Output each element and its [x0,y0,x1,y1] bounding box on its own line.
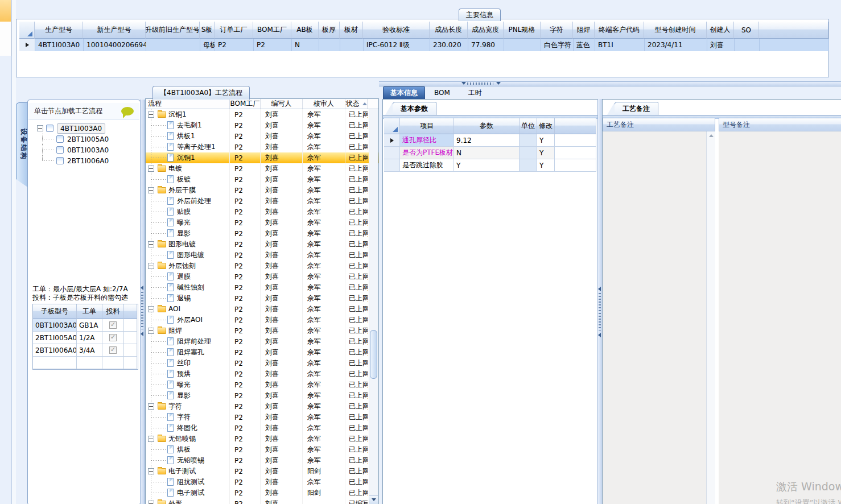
flow-row[interactable]: 电子测试P2刘喜阳剑已上网 [146,466,378,477]
row-header-cell[interactable] [19,39,35,51]
flow-row[interactable]: 阻抗测试P2刘喜佘军已上网 [146,477,378,488]
param-value-cell[interactable]: N [454,147,520,159]
collapse-icon[interactable] [148,263,154,269]
flow-row[interactable]: 电子测试P2刘喜阳剑已上网 [146,488,378,498]
flow-row[interactable]: 碱性蚀刻P2刘喜佘军已上网 [146,282,378,293]
column-header[interactable]: 成品宽度 [468,22,504,39]
collapse-icon[interactable] [148,403,154,410]
flow-row[interactable]: 预烘P2刘喜佘军已上网 [146,369,378,379]
remark-scrollbar[interactable] [706,131,715,504]
flow-row[interactable]: 阻焊前处理P2刘喜佘军已上网 [146,336,378,347]
flow-row[interactable]: 沉铜1P2刘喜佘军已上网 [146,152,378,163]
column-header[interactable]: 工单 [77,304,102,319]
tab-flow[interactable]: 【4BT1I003A0】工艺流程 [152,86,250,100]
splitter-collapse-icon[interactable] [461,82,466,85]
process-remark-content[interactable] [603,131,715,504]
tab-bom[interactable]: BOM [425,86,459,99]
row-header-cell[interactable] [384,147,400,159]
collapse-icon[interactable] [148,187,154,193]
column-header[interactable]: 板厚 [319,22,340,39]
column-header[interactable]: 修改 [537,118,555,134]
flow-row[interactable]: 阻焊塞孔P2刘喜佘军已上网 [146,347,378,358]
tree-checkbox[interactable] [56,146,64,154]
column-header[interactable]: 验收标准 [363,22,430,39]
collapse-icon[interactable] [148,436,154,442]
model-remark-content[interactable] [719,131,841,504]
flow-row[interactable]: 板镀P2刘喜佘军已上网 [146,174,378,185]
flow-row[interactable]: 显影P2刘喜佘军已上网 [146,390,378,401]
column-header[interactable]: 订单工厂 [215,22,253,39]
column-header[interactable]: 升级前旧生产型号 [146,22,200,39]
column-header[interactable]: 字符 [541,22,573,39]
tree-child-row[interactable]: 2BT1I005A0 [30,134,139,144]
flow-scrollbar[interactable] [369,109,378,504]
flow-row[interactable]: 外形P2刘喜已编写 [146,498,378,504]
param-value-cell[interactable]: 9.12 [454,134,520,147]
column-header[interactable]: 状态 [345,99,368,109]
tab-basic-params[interactable]: 基本参数 [392,102,436,115]
row-header-cell[interactable] [384,134,400,147]
flow-row[interactable]: AOIP2刘喜佘军已上网 [146,304,378,315]
splitter-grip[interactable] [467,82,493,85]
splitter-collapse-icon[interactable] [141,286,143,290]
flow-row[interactable]: 等离子处理1P2刘喜佘军已上网 [146,142,378,152]
tab-device-structure[interactable]: 设备结构 [16,102,28,188]
column-header[interactable]: 终端客户代码 [595,22,644,39]
row-header-cell[interactable] [384,159,400,172]
splitter-grip[interactable] [599,293,601,331]
collapse-icon[interactable] [37,125,43,131]
flow-row[interactable]: 沉铜1P2刘喜佘军已上网 [146,109,378,120]
flow-row[interactable]: 显影P2刘喜佘军已上网 [146,228,378,239]
column-header[interactable]: SO [734,22,759,39]
flow-row[interactable]: 烘板1P2刘喜佘军已上网 [146,131,378,142]
tab-process-remark[interactable]: 工艺备注 [614,102,658,115]
select-all-cell[interactable] [19,22,35,39]
tree-checkbox[interactable] [46,125,53,132]
flow-row[interactable]: 字符P2刘喜佘军已上网 [146,412,378,423]
column-header[interactable]: 子板型号 [33,304,77,319]
column-header[interactable]: 投料 [102,304,124,319]
flow-row[interactable]: 终固化P2刘喜佘军已上网 [146,423,378,433]
flow-row[interactable]: 电镀P2刘喜佘军已上网 [146,163,378,174]
param-row[interactable]: 是否为PTFE板材NY [384,147,596,159]
flow-row[interactable]: 无铅喷锡P2刘喜佘军已上网 [146,455,378,466]
main-info-data-row[interactable]: 4BT1I003A010010400206694母板P2P2NIPC-6012 … [19,39,829,51]
column-header[interactable]: BOM工厂 [253,22,291,39]
flow-row[interactable]: 丝印P2刘喜佘军已上网 [146,358,378,369]
flow-row[interactable]: 图形电镀P2刘喜佘军已上网 [146,250,378,261]
flow-row[interactable]: 退锡P2刘喜佘军已上网 [146,293,378,304]
tab-main-info[interactable]: 主要信息 [459,9,501,21]
tree-checkbox[interactable] [56,157,64,164]
horizontal-splitter[interactable] [379,81,841,86]
flow-row[interactable]: 阻焊P2刘喜佘军已上网 [146,325,378,336]
column-header[interactable]: 阻焊 [573,22,595,39]
column-header[interactable]: 核审人 [303,99,345,109]
collapse-icon[interactable] [148,328,154,334]
flow-row[interactable]: 字符P2刘喜佘军已上网 [146,401,378,412]
scrollbar-thumb[interactable] [370,330,377,379]
collapse-icon[interactable] [148,111,154,118]
splitter-grip[interactable] [141,292,143,329]
param-row[interactable]: 通孔厚径比9.12Y [384,134,596,147]
param-value-cell[interactable]: Y [454,159,520,172]
splitter-collapse-icon[interactable] [141,332,143,336]
flow-row[interactable]: 外层前处理P2刘喜佘军已上网 [146,196,378,206]
column-header[interactable]: 新生产型号 [83,22,146,39]
column-header[interactable]: 单位 [520,118,537,134]
tab-workhours[interactable]: 工时 [459,86,491,99]
splitter-collapse-icon[interactable] [598,287,601,291]
flow-row[interactable]: 外层干膜P2刘喜佘军已上网 [146,185,378,196]
table-row[interactable]: 2BT1I005A01/2A [33,332,138,344]
flow-row[interactable]: 曝光P2刘喜佘军已上网 [146,217,378,228]
collapse-icon[interactable] [148,241,154,247]
column-header[interactable]: PNL规格 [504,22,541,39]
checked-checkbox[interactable] [109,321,117,329]
flow-row[interactable]: 贴膜P2刘喜佘军已上网 [146,206,378,217]
flow-row[interactable]: 图形电镀P2刘喜佘军已上网 [146,239,378,250]
flow-row[interactable]: 曝光P2刘喜佘军已上网 [146,379,378,390]
splitter-collapse-icon[interactable] [598,333,601,337]
flow-row[interactable]: 无铅喷锡P2刘喜佘军已上网 [146,433,378,444]
column-header[interactable]: 板材 [340,22,363,39]
flow-row[interactable]: 外层蚀刻P2刘喜佘军已上网 [146,261,378,271]
flow-row[interactable]: 烘板P2刘喜佘军已上网 [146,444,378,455]
